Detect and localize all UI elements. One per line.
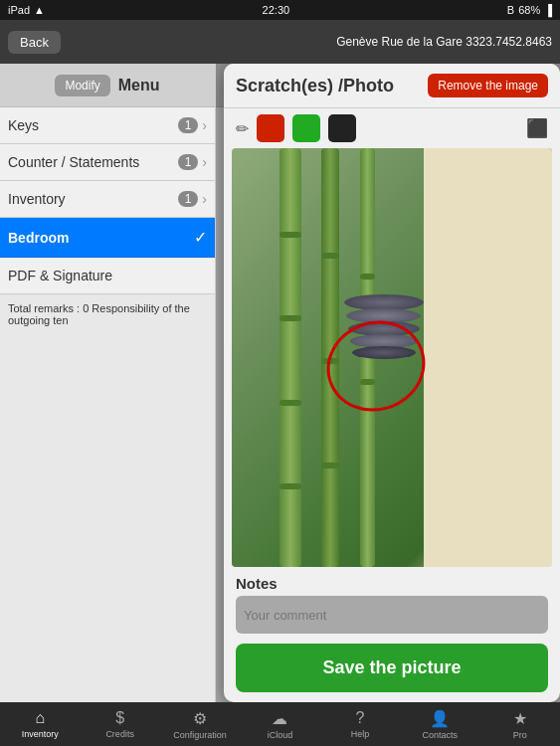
check-icon: ✓: [194, 228, 207, 247]
modal-title: Scratch(es) /Photo: [236, 76, 428, 96]
photo-background: [232, 148, 552, 567]
tab-inventory[interactable]: ⌂ Inventory: [0, 702, 80, 746]
remarks-text: Total remarks : 0 Responsibility of the …: [0, 294, 215, 334]
sidebar-badge-inventory: 1: [178, 191, 199, 207]
chevron-icon-inventory: ›: [202, 191, 207, 207]
annotated-image: [232, 148, 552, 567]
wifi-icon: ▲: [34, 4, 45, 16]
color-red-button[interactable]: [257, 114, 284, 142]
sidebar-item-bedroom[interactable]: Bedroom ✓: [0, 218, 215, 258]
tab-icloud-label: iCloud: [268, 730, 293, 740]
gear-icon: ⚙: [193, 709, 207, 728]
sidebar-badge-keys: 1: [178, 117, 199, 133]
sidebar-item-pdf-label: PDF & Signature: [8, 268, 207, 283]
tab-contacts-label: Contacts: [423, 730, 459, 740]
modal-header: Scratch(es) /Photo Remove the image: [224, 64, 560, 108]
pro-icon: ★: [513, 709, 527, 728]
tab-help-label: Help: [351, 729, 370, 739]
tab-pro[interactable]: ★ Pro: [480, 702, 560, 746]
notes-section: Notes: [224, 567, 560, 638]
sidebar: Modify Menu Keys 1 › Counter / Statement…: [0, 64, 216, 702]
top-nav: Back Genève Rue de la Gare 3323.7452.846…: [0, 20, 560, 64]
battery-level: 68%: [518, 4, 540, 16]
tab-contacts[interactable]: 👤 Contacts: [400, 702, 479, 746]
tab-credits-label: Credits: [105, 729, 134, 739]
tab-help[interactable]: ? Help: [320, 702, 400, 746]
time-display: 22:30: [263, 4, 290, 16]
contacts-icon: 👤: [430, 709, 450, 728]
sidebar-item-inventory-label: Inventory: [8, 191, 178, 207]
drawing-tools: ✏ ⬛: [224, 108, 560, 148]
wall-area: [424, 148, 552, 567]
tab-credits[interactable]: $ Credits: [80, 702, 159, 746]
tab-configuration[interactable]: ⚙ Configuration: [160, 702, 240, 746]
tab-configuration-label: Configuration: [173, 730, 227, 740]
sidebar-item-keys[interactable]: Keys 1 ›: [0, 107, 215, 144]
modal-overlay: Scratch(es) /Photo Remove the image ✏ ⬛: [216, 64, 560, 702]
sidebar-item-counter-statements[interactable]: Counter / Statements 1 ›: [0, 144, 215, 181]
tab-inventory-label: Inventory: [22, 729, 59, 739]
tab-pro-label: Pro: [513, 730, 527, 740]
sidebar-item-keys-label: Keys: [8, 117, 178, 133]
sidebar-badge-counter: 1: [178, 154, 199, 170]
photo-annotation-modal: Scratch(es) /Photo Remove the image ✏ ⬛: [224, 64, 560, 702]
status-bar: iPad ▲ 22:30 B 68% ▐: [0, 0, 560, 20]
chevron-icon-keys: ›: [202, 117, 207, 133]
color-green-button[interactable]: [292, 114, 320, 142]
battery-icon: ▐: [544, 4, 552, 16]
modify-button[interactable]: Modify: [55, 75, 109, 96]
tab-icloud[interactable]: ☁ iCloud: [240, 702, 319, 746]
dollar-icon: $: [115, 709, 124, 727]
sidebar-item-bedroom-label: Bedroom: [8, 230, 194, 246]
main-layout: Modify Menu Keys 1 › Counter / Statement…: [0, 64, 560, 702]
color-black-button[interactable]: [328, 114, 356, 142]
device-label: iPad: [8, 4, 30, 16]
save-picture-button[interactable]: Save the picture: [236, 644, 548, 692]
menu-title: Menu: [118, 77, 160, 94]
sidebar-item-counter-label: Counter / Statements: [8, 154, 178, 170]
chevron-icon-counter: ›: [202, 154, 207, 170]
sidebar-item-inventory[interactable]: Inventory 1 ›: [0, 181, 215, 218]
notes-label: Notes: [236, 575, 548, 592]
content-area: Inventory Amortization table Bedroom Wal…: [216, 64, 560, 702]
remove-image-button[interactable]: Remove the image: [428, 74, 548, 97]
home-icon: ⌂: [35, 709, 45, 727]
bamboo-stem-1: [280, 148, 301, 567]
bluetooth-icon: B: [507, 4, 514, 16]
cloud-icon: ☁: [272, 709, 287, 728]
address-text: Genève Rue de la Gare 3323.7452.8463: [336, 35, 552, 49]
sidebar-item-pdf-signature[interactable]: PDF & Signature: [0, 258, 215, 294]
sidebar-top-bar: Modify Menu: [0, 64, 215, 107]
pencil-icon[interactable]: ✏: [236, 119, 249, 138]
eraser-icon[interactable]: ⬛: [526, 117, 548, 139]
bottom-bar: ⌂ Inventory $ Credits ⚙ Configuration ☁ …: [0, 702, 560, 746]
back-button[interactable]: Back: [8, 31, 61, 54]
help-icon: ?: [355, 709, 364, 727]
notes-input[interactable]: [236, 596, 548, 634]
